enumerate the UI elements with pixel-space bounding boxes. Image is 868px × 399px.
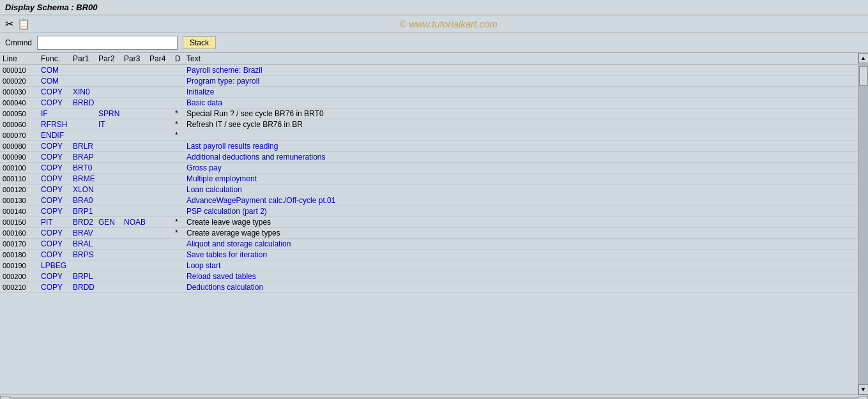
table-header: Line Func. Par1 Par2 Par3 Par4 D Text [0,53,858,65]
cell-text: Gross pay [187,163,855,172]
cell-par1: BRD2 [73,218,98,227]
cell-line: 000180 [3,251,41,259]
command-input[interactable] [37,36,178,50]
cell-par1: BRME [73,174,98,183]
cell-par1: BRAL [73,239,98,248]
table-row[interactable]: 000170 COPY BRAL Aliquot and storage cal… [0,239,858,250]
table-row[interactable]: 000010 COM Payroll scheme: Brazil [0,65,858,76]
cell-text: Reload saved tables [187,272,855,281]
table-row[interactable]: 000080 COPY BRLR Last payroll results re… [0,141,858,152]
table-row[interactable]: 000200 COPY BRPL Reload saved tables [0,271,858,282]
cell-par1: BRPL [73,272,98,281]
cell-par1: BRDD [73,283,98,292]
cell-text: Additional deductions and remunerations [187,153,855,162]
cell-func: COPY [41,272,73,281]
table-row[interactable]: 000160 COPY BRAV * Create average wage t… [0,228,858,239]
copy-icon[interactable]: 📋 [17,18,30,30]
header-par3: Par3 [124,54,149,63]
scroll-thumb[interactable] [859,66,868,86]
cell-par1: BRBD [73,98,98,107]
cell-func: COPY [41,229,73,237]
cell-line: 000210 [3,283,41,291]
cell-line: 000100 [3,164,41,172]
cell-par2: SPRN [98,109,124,118]
command-label: Cmmnd [5,38,32,47]
table-row[interactable]: 000190 LPBEG Loop start [0,260,858,271]
table-row[interactable]: 000040 COPY BRBD Basic data [0,98,858,109]
table-row[interactable]: 000070 ENDIF * [0,130,858,141]
table-row[interactable]: 000060 RFRSH IT * Refresh IT / see cycle… [0,119,858,130]
cell-text: Deductions calculation [187,283,855,292]
cell-text: Refresh IT / see cycle BR76 in BR [187,120,855,129]
bottom-scrollbar[interactable]: ◄ ► [0,395,868,399]
cell-text: Aliquot and storage calculation [187,239,855,248]
cell-line: 000080 [3,142,41,150]
table-row[interactable]: 000150 PIT BRD2 GEN NOAB * Create leave … [0,217,858,228]
cell-func: COPY [41,98,73,107]
table-row[interactable]: 000050 IF SPRN * Special Run ? / see cyc… [0,109,858,119]
toolbar: ✂ 📋 © www.tutorialkart.com [0,15,868,33]
cell-text: Special Run ? / see cycle BR76 in BRT0 [187,109,855,118]
table-row[interactable]: 000210 COPY BRDD Deductions calculation [0,282,858,293]
header-d: D [175,54,187,63]
table-container: Line Func. Par1 Par2 Par3 Par4 D Text 00… [0,53,858,395]
header-par4: Par4 [149,54,175,63]
cell-par1: BRAP [73,153,98,162]
table-row[interactable]: 000140 COPY BRP1 PSP calculation (part 2… [0,206,858,217]
watermark: © www.tutorialkart.com [34,19,863,29]
cell-func: COPY [41,163,73,172]
command-bar: Cmmnd Stack [0,33,868,53]
table-row[interactable]: 000100 COPY BRT0 Gross pay [0,163,858,174]
table-body: 000010 COM Payroll scheme: Brazil 000020… [0,65,858,293]
cell-par1: BRPS [73,250,98,259]
cell-line: 000170 [3,240,41,248]
cell-line: 000160 [3,229,41,237]
cell-text: Payroll scheme: Brazil [187,66,855,75]
scissors-icon[interactable]: ✂ [5,18,13,30]
cell-line: 000200 [3,273,41,280]
cell-func: COPY [41,196,73,205]
scroll-track[interactable] [858,63,869,384]
cell-line: 000130 [3,197,41,204]
table-row[interactable]: 000090 COPY BRAP Additional deductions a… [0,152,858,163]
cell-d: * [175,131,187,140]
cell-par1: BRT0 [73,163,98,172]
scroll-up-arrow[interactable]: ▲ [858,53,869,63]
scroll-down-arrow[interactable]: ▼ [858,384,869,395]
cell-line: 000020 [3,77,41,85]
cell-text: PSP calculation (part 2) [187,207,855,216]
cell-par1: BRP1 [73,207,98,216]
cell-line: 000190 [3,262,41,269]
cell-line: 000120 [3,186,41,193]
cell-d: * [175,229,187,237]
scroll-right-arrow[interactable]: ► [858,396,868,400]
cell-par1: XIN0 [73,87,98,96]
cell-line: 000090 [3,153,41,161]
right-scrollbar[interactable]: ▲ ▼ [858,53,868,395]
cell-text: Multiple employment [187,174,855,183]
table-row[interactable]: 000110 COPY BRME Multiple employment [0,174,858,184]
table-row[interactable]: 000030 COPY XIN0 Initialize [0,87,858,98]
cell-text: Last payroll results reading [187,142,855,151]
cell-func: COPY [41,87,73,96]
header-par2: Par2 [98,54,124,63]
cell-func: COPY [41,153,73,162]
scroll-left-arrow[interactable]: ◄ [0,396,10,400]
cell-line: 000150 [3,218,41,226]
cell-line: 000050 [3,110,41,117]
cell-text: Create average wage types [187,229,855,237]
cell-func: COPY [41,283,73,292]
cell-func: COPY [41,142,73,151]
table-row[interactable]: 000130 COPY BRA0 AdvanceWagePayment calc… [0,195,858,206]
cell-func: COM [41,66,73,75]
table-row[interactable]: 000120 COPY XLON Loan calculation [0,184,858,195]
cell-par3: NOAB [124,218,149,227]
cell-text: Save tables for iteration [187,250,855,259]
table-row[interactable]: 000180 COPY BRPS Save tables for iterati… [0,250,858,260]
bottom-scroll-track[interactable] [10,397,858,400]
stack-button[interactable]: Stack [183,36,216,49]
cell-func: RFRSH [41,120,73,129]
table-row[interactable]: 000020 COM Program type: payroll [0,76,858,87]
cell-func: IF [41,109,73,118]
cell-text: Loan calculation [187,185,855,194]
